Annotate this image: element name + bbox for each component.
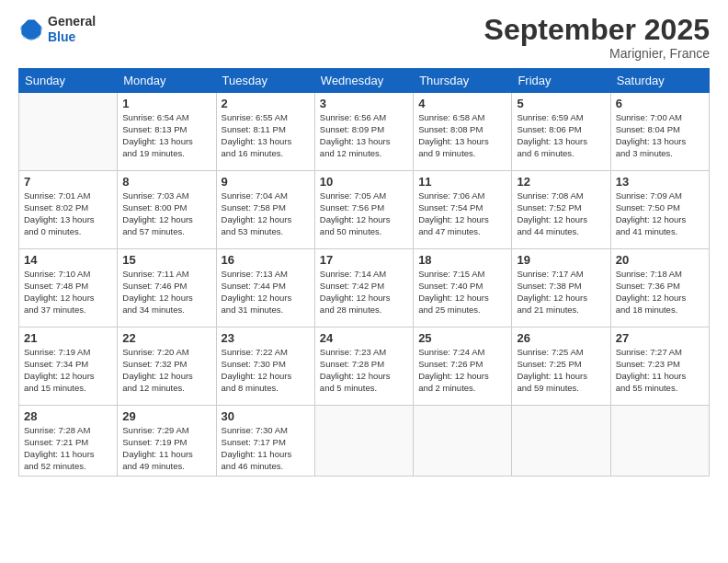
calendar-cell: 10Sunrise: 7:05 AMSunset: 7:56 PMDayligh…: [314, 171, 413, 249]
day-number: 25: [418, 331, 506, 345]
day-info: Sunrise: 7:10 AMSunset: 7:48 PMDaylight:…: [24, 269, 112, 316]
calendar-week-5: 28Sunrise: 7:28 AMSunset: 7:21 PMDayligh…: [19, 406, 710, 477]
calendar-week-4: 21Sunrise: 7:19 AMSunset: 7:34 PMDayligh…: [19, 327, 710, 406]
day-info: Sunrise: 7:19 AMSunset: 7:34 PMDaylight:…: [24, 347, 112, 394]
calendar-cell: 11Sunrise: 7:06 AMSunset: 7:54 PMDayligh…: [414, 171, 512, 249]
day-info: Sunrise: 7:05 AMSunset: 7:56 PMDaylight:…: [320, 190, 408, 237]
col-header-monday: Monday: [118, 69, 216, 93]
svg-marker-1: [20, 21, 43, 40]
day-info: Sunrise: 7:09 AMSunset: 7:50 PMDaylight:…: [616, 190, 704, 237]
calendar-cell: [512, 406, 610, 477]
logo-general: General: [48, 14, 96, 29]
day-number: 19: [517, 253, 605, 267]
col-header-thursday: Thursday: [414, 69, 512, 93]
day-info: Sunrise: 7:00 AMSunset: 8:04 PMDaylight:…: [616, 112, 704, 159]
calendar-table: SundayMondayTuesdayWednesdayThursdayFrid…: [18, 68, 710, 477]
day-info: Sunrise: 7:25 AMSunset: 7:25 PMDaylight:…: [517, 347, 605, 394]
col-header-tuesday: Tuesday: [216, 69, 314, 93]
location-subtitle: Marignier, France: [484, 46, 710, 61]
col-header-friday: Friday: [512, 69, 610, 93]
day-info: Sunrise: 7:30 AMSunset: 7:17 PMDaylight:…: [222, 425, 310, 472]
day-number: 3: [320, 97, 408, 110]
calendar-page: General Blue September 2025 Marignier, F…: [0, 0, 728, 563]
day-info: Sunrise: 7:13 AMSunset: 7:44 PMDaylight:…: [222, 269, 310, 316]
day-number: 30: [222, 409, 310, 423]
day-number: 23: [222, 331, 310, 345]
calendar-cell: 23Sunrise: 7:22 AMSunset: 7:30 PMDayligh…: [216, 327, 314, 406]
title-block: September 2025 Marignier, France: [484, 14, 710, 61]
calendar-cell: 18Sunrise: 7:15 AMSunset: 7:40 PMDayligh…: [414, 249, 512, 327]
day-number: 16: [222, 253, 310, 267]
calendar-week-1: 1Sunrise: 6:54 AMSunset: 8:13 PMDaylight…: [19, 93, 710, 171]
logo-icon: [18, 17, 44, 42]
calendar-cell: 24Sunrise: 7:23 AMSunset: 7:28 PMDayligh…: [314, 327, 413, 406]
day-info: Sunrise: 7:28 AMSunset: 7:21 PMDaylight:…: [24, 425, 112, 472]
calendar-cell: [414, 406, 512, 477]
calendar-cell: 13Sunrise: 7:09 AMSunset: 7:50 PMDayligh…: [610, 171, 709, 249]
day-info: Sunrise: 6:56 AMSunset: 8:09 PMDaylight:…: [320, 112, 408, 159]
calendar-cell: 30Sunrise: 7:30 AMSunset: 7:17 PMDayligh…: [216, 406, 314, 477]
calendar-cell: [19, 93, 118, 171]
calendar-cell: 1Sunrise: 6:54 AMSunset: 8:13 PMDaylight…: [118, 93, 216, 171]
calendar-cell: 22Sunrise: 7:20 AMSunset: 7:32 PMDayligh…: [118, 327, 216, 406]
day-number: 5: [517, 97, 605, 110]
day-number: 1: [122, 97, 210, 110]
calendar-cell: 21Sunrise: 7:19 AMSunset: 7:34 PMDayligh…: [19, 327, 118, 406]
day-number: 18: [418, 253, 506, 267]
day-info: Sunrise: 7:23 AMSunset: 7:28 PMDaylight:…: [320, 347, 408, 394]
day-info: Sunrise: 7:01 AMSunset: 8:02 PMDaylight:…: [24, 190, 112, 237]
day-info: Sunrise: 6:58 AMSunset: 8:08 PMDaylight:…: [418, 112, 506, 159]
calendar-cell: 15Sunrise: 7:11 AMSunset: 7:46 PMDayligh…: [118, 249, 216, 327]
header: General Blue September 2025 Marignier, F…: [18, 14, 710, 61]
day-number: 28: [24, 409, 112, 423]
calendar-week-2: 7Sunrise: 7:01 AMSunset: 8:02 PMDaylight…: [19, 171, 710, 249]
calendar-cell: 26Sunrise: 7:25 AMSunset: 7:25 PMDayligh…: [512, 327, 610, 406]
day-number: 4: [418, 97, 506, 110]
day-number: 11: [418, 175, 506, 189]
col-header-saturday: Saturday: [610, 69, 709, 93]
calendar-cell: 27Sunrise: 7:27 AMSunset: 7:23 PMDayligh…: [610, 327, 709, 406]
col-header-wednesday: Wednesday: [314, 69, 413, 93]
day-number: 9: [222, 175, 310, 189]
calendar-header-row: SundayMondayTuesdayWednesdayThursdayFrid…: [19, 69, 710, 93]
day-info: Sunrise: 7:29 AMSunset: 7:19 PMDaylight:…: [122, 425, 210, 472]
calendar-cell: 14Sunrise: 7:10 AMSunset: 7:48 PMDayligh…: [19, 249, 118, 327]
day-number: 22: [122, 331, 210, 345]
calendar-cell: 5Sunrise: 6:59 AMSunset: 8:06 PMDaylight…: [512, 93, 610, 171]
day-info: Sunrise: 7:03 AMSunset: 8:00 PMDaylight:…: [122, 190, 210, 237]
calendar-cell: 9Sunrise: 7:04 AMSunset: 7:58 PMDaylight…: [216, 171, 314, 249]
calendar-cell: 7Sunrise: 7:01 AMSunset: 8:02 PMDaylight…: [19, 171, 118, 249]
day-info: Sunrise: 6:54 AMSunset: 8:13 PMDaylight:…: [122, 112, 210, 159]
day-info: Sunrise: 7:06 AMSunset: 7:54 PMDaylight:…: [418, 190, 506, 237]
day-info: Sunrise: 7:14 AMSunset: 7:42 PMDaylight:…: [320, 269, 408, 316]
calendar-cell: 4Sunrise: 6:58 AMSunset: 8:08 PMDaylight…: [414, 93, 512, 171]
day-number: 8: [122, 175, 210, 189]
calendar-cell: 6Sunrise: 7:00 AMSunset: 8:04 PMDaylight…: [610, 93, 709, 171]
day-info: Sunrise: 7:15 AMSunset: 7:40 PMDaylight:…: [418, 269, 506, 316]
day-number: 21: [24, 331, 112, 345]
day-info: Sunrise: 7:04 AMSunset: 7:58 PMDaylight:…: [222, 190, 310, 237]
day-info: Sunrise: 7:20 AMSunset: 7:32 PMDaylight:…: [122, 347, 210, 394]
calendar-cell: 19Sunrise: 7:17 AMSunset: 7:38 PMDayligh…: [512, 249, 610, 327]
day-info: Sunrise: 7:22 AMSunset: 7:30 PMDaylight:…: [222, 347, 310, 394]
day-info: Sunrise: 7:17 AMSunset: 7:38 PMDaylight:…: [517, 269, 605, 316]
day-number: 14: [24, 253, 112, 267]
day-number: 6: [616, 97, 704, 110]
logo-blue: Blue: [48, 29, 96, 45]
day-info: Sunrise: 7:08 AMSunset: 7:52 PMDaylight:…: [517, 190, 605, 237]
calendar-cell: 25Sunrise: 7:24 AMSunset: 7:26 PMDayligh…: [414, 327, 512, 406]
day-number: 15: [122, 253, 210, 267]
day-number: 29: [122, 409, 210, 423]
logo-text: General Blue: [48, 14, 96, 45]
calendar-cell: 12Sunrise: 7:08 AMSunset: 7:52 PMDayligh…: [512, 171, 610, 249]
calendar-week-3: 14Sunrise: 7:10 AMSunset: 7:48 PMDayligh…: [19, 249, 710, 327]
day-number: 27: [616, 331, 704, 345]
day-info: Sunrise: 7:18 AMSunset: 7:36 PMDaylight:…: [616, 269, 704, 316]
calendar-cell: 3Sunrise: 6:56 AMSunset: 8:09 PMDaylight…: [314, 93, 413, 171]
day-number: 20: [616, 253, 704, 267]
day-number: 7: [24, 175, 112, 189]
day-number: 17: [320, 253, 408, 267]
day-info: Sunrise: 7:24 AMSunset: 7:26 PMDaylight:…: [418, 347, 506, 394]
calendar-cell: [314, 406, 413, 477]
day-number: 13: [616, 175, 704, 189]
